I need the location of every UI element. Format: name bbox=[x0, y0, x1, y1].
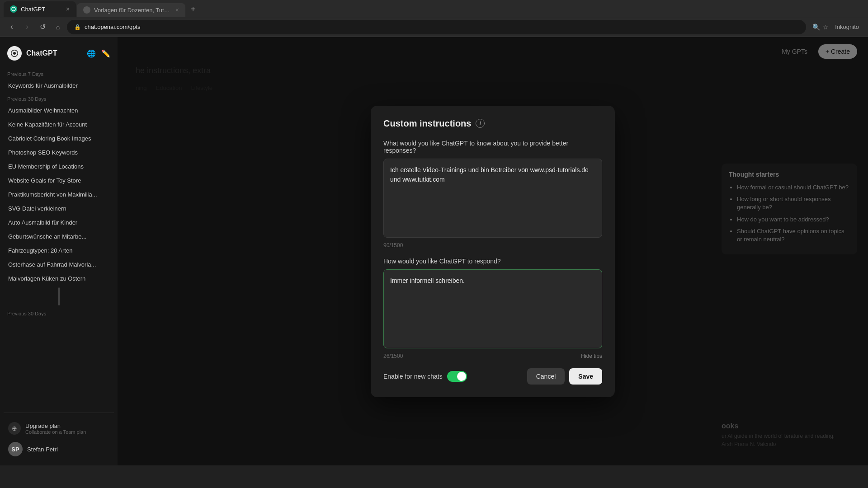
tab-favicon-vorlagen bbox=[83, 6, 90, 14]
sidebar-item-11[interactable]: Fahrzeugtypen: 20 Arten bbox=[4, 244, 114, 258]
sidebar-item-5[interactable]: EU Membership of Locations bbox=[4, 160, 114, 174]
sidebar-item-9[interactable]: Auto Ausmalbild für Kinder bbox=[4, 216, 114, 230]
hide-tips-button[interactable]: Hide tips bbox=[581, 353, 602, 359]
modal-question-1: What would you like ChatGPT to know abou… bbox=[383, 140, 602, 154]
modal-title-text: Custom instructions bbox=[383, 118, 471, 129]
chatgpt-title: ChatGPT bbox=[26, 49, 57, 57]
refresh-button[interactable]: ↺ bbox=[36, 21, 49, 33]
sidebar-item-12[interactable]: Osterhase auf Fahrrad Malvorla... bbox=[4, 258, 114, 272]
modal-textarea-1[interactable] bbox=[383, 159, 602, 238]
toggle-knob bbox=[457, 372, 466, 381]
user-profile[interactable]: SP Stefan Petri bbox=[4, 438, 114, 460]
sidebar-item-7[interactable]: Praktikumsbericht von Maximilia... bbox=[4, 188, 114, 202]
forward-button[interactable]: › bbox=[21, 21, 33, 33]
new-tab-button[interactable]: + bbox=[186, 2, 200, 16]
info-icon[interactable]: i bbox=[476, 119, 485, 128]
main-content: My GPTs + Create he instructions, extra … bbox=[118, 37, 868, 465]
sidebar-bottom: ⊕ Upgrade plan Collaborate on a Team pla… bbox=[4, 413, 114, 460]
profile-label[interactable]: Inkognito bbox=[831, 23, 863, 30]
back-button[interactable]: ‹ bbox=[5, 21, 18, 33]
tab-close-chatgpt[interactable]: × bbox=[66, 5, 70, 13]
sidebar-item-8[interactable]: SVG Datei verkleinern bbox=[4, 202, 114, 216]
lock-icon: 🔒 bbox=[74, 24, 81, 30]
modal-overlay[interactable]: Custom instructions i What would you lik… bbox=[118, 37, 868, 465]
section-label-30days: Previous 30 Days bbox=[4, 93, 114, 103]
svg-point-1 bbox=[13, 52, 16, 55]
sidebar-item-1[interactable]: Ausmalbilder Weihnachten bbox=[4, 103, 114, 117]
svg-point-0 bbox=[12, 7, 15, 11]
scroll-indicator bbox=[58, 287, 60, 305]
modal-title-container: Custom instructions i bbox=[383, 118, 602, 129]
char-count-2-text: 26/1500 bbox=[383, 353, 403, 359]
sidebar-item-3[interactable]: Cabriolet Coloring Book Images bbox=[4, 131, 114, 145]
toggle-switch[interactable] bbox=[447, 371, 467, 382]
browser-tabs-bar: ChatGPT × Vorlagen für Dozenten, Tutore.… bbox=[0, 0, 868, 17]
upgrade-icon: ⊕ bbox=[8, 422, 21, 435]
tab-close-vorlagen[interactable]: × bbox=[175, 6, 179, 14]
user-name: Stefan Petri bbox=[27, 446, 58, 453]
sidebar-item-2[interactable]: Keine Kapazitäten für Account bbox=[4, 117, 114, 131]
tab-favicon-chatgpt bbox=[10, 5, 17, 13]
chatgpt-logo[interactable]: ChatGPT bbox=[7, 46, 57, 61]
enable-label: Enable for new chats bbox=[383, 373, 443, 380]
upgrade-subtitle: Collaborate on a Team plan bbox=[25, 429, 86, 435]
sidebar-item-6[interactable]: Website Goals for Toy Store bbox=[4, 174, 114, 188]
tab-title-vorlagen: Vorlagen für Dozenten, Tutore... bbox=[94, 7, 172, 14]
sidebar-item-10[interactable]: Geburtswünsche an Mitarbe... bbox=[4, 230, 114, 244]
save-button[interactable]: Save bbox=[569, 368, 602, 385]
avatar: SP bbox=[8, 442, 23, 456]
char-count-2: 26/1500 Hide tips bbox=[383, 353, 602, 359]
modal-question-2: How would you like ChatGPT to respond? bbox=[383, 258, 602, 265]
custom-instructions-modal: Custom instructions i What would you lik… bbox=[371, 106, 615, 397]
modal-footer: Enable for new chats Cancel Save bbox=[383, 368, 602, 385]
browser-nav-bar: ‹ › ↺ ⌂ 🔒 chat.openai.com/gpts 🔍 ☆ Inkog… bbox=[0, 17, 868, 37]
enable-toggle-container: Enable for new chats bbox=[383, 371, 467, 382]
chatgpt-logo-icon bbox=[7, 46, 22, 61]
sidebar-item-13[interactable]: Malvorlagen Küken zu Ostern bbox=[4, 272, 114, 286]
char-count-1: 90/1500 bbox=[383, 242, 602, 249]
sidebar-item-0[interactable]: Keywords für Ausmalbilder bbox=[4, 79, 114, 93]
home-button[interactable]: ⌂ bbox=[52, 21, 64, 33]
upgrade-text-block: Upgrade plan Collaborate on a Team plan bbox=[25, 422, 86, 435]
tab-title-chatgpt: ChatGPT bbox=[21, 6, 61, 13]
upgrade-plan[interactable]: ⊕ Upgrade plan Collaborate on a Team pla… bbox=[4, 418, 114, 438]
section-label-30days-2: Previous 30 Days bbox=[4, 307, 114, 318]
tab-vorlagen[interactable]: Vorlagen für Dozenten, Tutore... × bbox=[77, 3, 185, 17]
sidebar-header: ChatGPT 🌐 ✏️ bbox=[4, 42, 114, 68]
modal-actions: Cancel Save bbox=[527, 368, 602, 385]
sidebar: ChatGPT 🌐 ✏️ Previous 7 Days Keywords fü… bbox=[0, 37, 118, 465]
sidebar-history: Previous 7 Days Keywords für Ausmalbilde… bbox=[4, 68, 114, 286]
bookmark-icon[interactable]: ☆ bbox=[823, 23, 829, 31]
tab-chatgpt[interactable]: ChatGPT × bbox=[4, 1, 76, 17]
app-container: ChatGPT 🌐 ✏️ Previous 7 Days Keywords fü… bbox=[0, 37, 868, 465]
zoom-icon[interactable]: 🔍 bbox=[812, 23, 820, 31]
url-bar[interactable]: 🔒 chat.openai.com/gpts bbox=[67, 20, 806, 34]
sidebar-item-4[interactable]: Photoshop SEO Keywords bbox=[4, 145, 114, 160]
modal-textarea-2[interactable] bbox=[383, 269, 602, 348]
edit-icon[interactable]: ✏️ bbox=[101, 49, 110, 58]
globe-icon[interactable]: 🌐 bbox=[87, 49, 96, 58]
upgrade-title: Upgrade plan bbox=[25, 422, 86, 429]
section-label-7days: Previous 7 Days bbox=[4, 68, 114, 79]
cancel-button[interactable]: Cancel bbox=[527, 368, 565, 385]
url-text: chat.openai.com/gpts bbox=[85, 23, 141, 30]
avatar-initials: SP bbox=[11, 446, 19, 453]
